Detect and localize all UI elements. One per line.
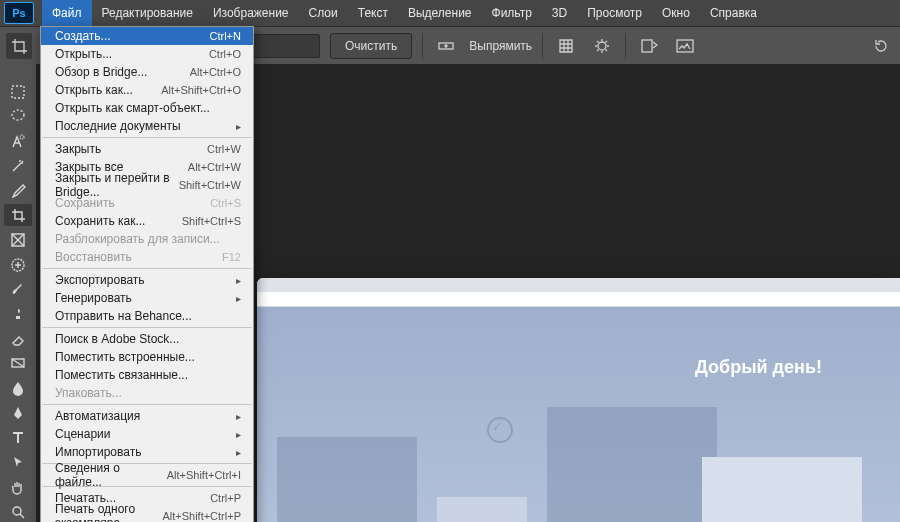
brush-tool-icon[interactable] (4, 278, 32, 301)
file-menu-dropdown: Создать...Ctrl+NОткрыть...Ctrl+OОбзор в … (40, 26, 254, 522)
crop-tool-icon[interactable] (4, 204, 32, 227)
menu-window[interactable]: Окно (652, 0, 700, 26)
content-aware-icon[interactable] (672, 33, 698, 59)
menu-item-label: Поиск в Adobe Stock... (55, 332, 179, 346)
menu-item[interactable]: Автоматизация (41, 407, 253, 425)
menu-item-label: Поместить встроенные... (55, 350, 195, 364)
menu-item-label: Разблокировать для записи... (55, 232, 220, 246)
menu-item[interactable]: Создать...Ctrl+N (41, 27, 253, 45)
menu-image[interactable]: Изображение (203, 0, 299, 26)
pen-tool-icon[interactable] (4, 401, 32, 424)
app-logo: Ps (4, 2, 34, 24)
eyedropper-tool-icon[interactable] (4, 179, 32, 202)
crop-height-field[interactable] (246, 34, 320, 58)
svg-point-3 (598, 42, 606, 50)
menu-item-shortcut: Shift+Ctrl+S (182, 215, 241, 227)
menu-item[interactable]: Поиск в Adobe Stock... (41, 330, 253, 348)
menu-select[interactable]: Выделение (398, 0, 482, 26)
menu-item[interactable]: Сохранить как...Shift+Ctrl+S (41, 212, 253, 230)
menu-item-shortcut: Ctrl+S (210, 197, 241, 209)
crop-settings-icon[interactable] (589, 33, 615, 59)
menu-item[interactable]: Отправить на Behance... (41, 307, 253, 325)
menu-3d[interactable]: 3D (542, 0, 577, 26)
quick-select-tool-icon[interactable] (4, 130, 32, 153)
delete-pixels-icon[interactable] (636, 33, 662, 59)
menu-edit[interactable]: Редактирование (92, 0, 203, 26)
separator (542, 33, 543, 59)
menu-item-label: Создать... (55, 29, 111, 43)
path-select-tool-icon[interactable] (4, 451, 32, 474)
menu-item-label: Упаковать... (55, 386, 122, 400)
menu-type[interactable]: Текст (348, 0, 398, 26)
menu-item[interactable]: Печать одного экземпляраAlt+Shift+Ctrl+P (41, 507, 253, 522)
svg-rect-4 (642, 40, 652, 52)
menu-item[interactable]: Сведения о файле...Alt+Shift+Ctrl+I (41, 466, 253, 484)
separator (625, 33, 626, 59)
menu-item-label: Обзор в Bridge... (55, 65, 147, 79)
menu-item[interactable]: Экспортировать (41, 271, 253, 289)
menu-item[interactable]: Поместить встроенные... (41, 348, 253, 366)
menu-item-shortcut: Alt+Shift+Ctrl+O (161, 84, 241, 96)
frame-tool-icon[interactable] (4, 228, 32, 251)
menu-item-shortcut: Shift+Ctrl+W (179, 179, 241, 191)
stamp-tool-icon[interactable] (4, 303, 32, 326)
menubar: Ps ФайлРедактированиеИзображениеСлоиТекс… (0, 0, 900, 26)
menu-item-label: Открыть как смарт-объект... (55, 101, 210, 115)
svg-rect-6 (12, 86, 24, 98)
spot-heal-tool-icon[interactable] (4, 253, 32, 276)
menu-item-label: Сохранить как... (55, 214, 145, 228)
straighten-label: Выпрямить (469, 39, 532, 53)
menu-item-shortcut: F12 (222, 251, 241, 263)
type-tool-icon[interactable] (4, 426, 32, 449)
browser-urlbar (257, 292, 900, 307)
eraser-tool-icon[interactable] (4, 327, 32, 350)
menu-item[interactable]: Импортировать (41, 443, 253, 461)
menu-item-label: Импортировать (55, 445, 141, 459)
menu-separator (42, 404, 252, 405)
menu-item-shortcut: Ctrl+P (210, 492, 241, 504)
zoom-tool-icon[interactable] (4, 500, 32, 522)
menu-item[interactable]: Последние документы (41, 117, 253, 135)
menu-filter[interactable]: Фильтр (482, 0, 542, 26)
lasso-tool-icon[interactable] (4, 105, 32, 128)
svg-point-7 (12, 110, 24, 120)
menu-file[interactable]: Файл (42, 0, 92, 26)
svg-point-8 (20, 135, 24, 139)
menu-item-label: Автоматизация (55, 409, 140, 423)
menu-item[interactable]: Генерировать (41, 289, 253, 307)
menu-item-label: Экспортировать (55, 273, 145, 287)
menu-item-label: Сценарии (55, 427, 110, 441)
menu-item-label: Генерировать (55, 291, 132, 305)
menu-item-label: Сохранить (55, 196, 115, 210)
menu-help[interactable]: Справка (700, 0, 767, 26)
overlay-grid-icon[interactable] (553, 33, 579, 59)
magic-wand-tool-icon[interactable] (4, 154, 32, 177)
marquee-tool-icon[interactable] (4, 80, 32, 103)
menu-item[interactable]: Открыть как...Alt+Shift+Ctrl+O (41, 81, 253, 99)
reset-icon[interactable] (868, 33, 894, 59)
menu-item-shortcut: Alt+Ctrl+O (190, 66, 241, 78)
menu-item[interactable]: Открыть как смарт-объект... (41, 99, 253, 117)
crop-icon[interactable] (6, 33, 32, 59)
menu-item-label: Сведения о файле... (55, 461, 167, 489)
clear-button[interactable]: Очистить (330, 33, 412, 59)
menu-item: Упаковать... (41, 384, 253, 402)
tools-panel (0, 64, 37, 522)
menu-item[interactable]: ЗакрытьCtrl+W (41, 140, 253, 158)
menu-item[interactable]: Поместить связанные... (41, 366, 253, 384)
menu-view[interactable]: Просмотр (577, 0, 652, 26)
menu-layer[interactable]: Слои (299, 0, 348, 26)
blur-tool-icon[interactable] (4, 377, 32, 400)
menu-item-label: Последние документы (55, 119, 181, 133)
hand-tool-icon[interactable] (4, 476, 32, 499)
menu-item[interactable]: Открыть...Ctrl+O (41, 45, 253, 63)
menu-separator (42, 137, 252, 138)
menu-item[interactable]: Обзор в Bridge...Alt+Ctrl+O (41, 63, 253, 81)
menu-item[interactable]: Закрыть и перейти в Bridge...Shift+Ctrl+… (41, 176, 253, 194)
menu-item: Разблокировать для записи... (41, 230, 253, 248)
menu-item-label: Отправить на Behance... (55, 309, 192, 323)
straighten-icon[interactable] (433, 33, 459, 59)
gradient-tool-icon[interactable] (4, 352, 32, 375)
browser-tabstrip (257, 278, 900, 292)
menu-item[interactable]: Сценарии (41, 425, 253, 443)
